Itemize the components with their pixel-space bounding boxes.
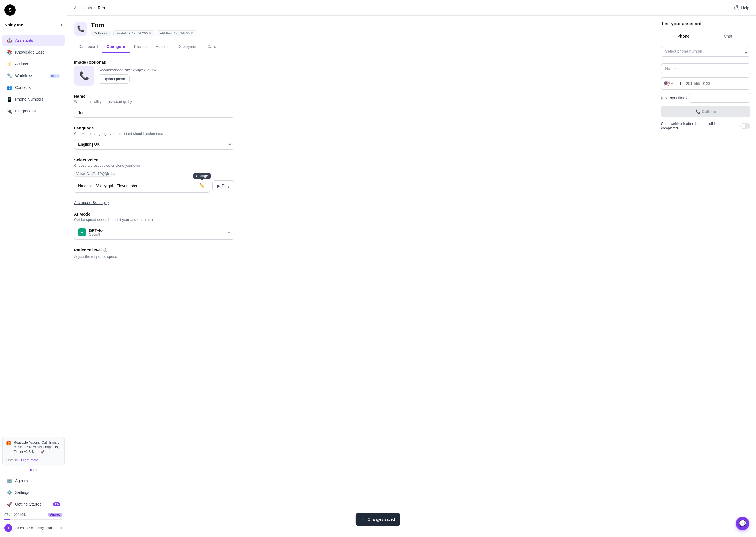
sidebar-item-actions[interactable]: ⚡ Actions xyxy=(2,58,65,69)
integrations-icon: 🔌 xyxy=(7,108,12,114)
assistant-name: Tom xyxy=(91,21,196,29)
ai-model-desc: Opt for speed or depth to suit your assi… xyxy=(74,218,234,222)
not-specified-label: {not_specified} xyxy=(661,96,687,100)
webhook-row: Send webhook after the test call is comp… xyxy=(661,122,750,130)
voice-section: Select voice Choose a preset voice or cl… xyxy=(74,157,234,192)
sidebar-logo: S xyxy=(0,0,67,20)
tab-actions[interactable]: Actions xyxy=(151,41,173,53)
promo-dismiss-btn[interactable]: Dismiss xyxy=(6,458,18,462)
promo-learn-more-btn[interactable]: Learn more xyxy=(21,458,38,462)
assistant-icon: 📞 xyxy=(74,22,87,36)
user-email: tomcharlesosman@gmail xyxy=(15,526,53,530)
agency-plan-badge: Agency xyxy=(48,513,62,517)
flag-chevron-icon: ▾ xyxy=(671,82,673,85)
advanced-settings-label: Advanced Settings xyxy=(74,200,107,205)
phone-tab[interactable]: Phone xyxy=(661,31,706,41)
tab-calls[interactable]: Calls xyxy=(203,41,220,53)
name-desc: What name will your assistant go by xyxy=(74,100,234,104)
phone-flag-selector[interactable]: 🇺🇸 ▾ xyxy=(661,78,676,89)
sidebar-item-settings[interactable]: ⚙️ Settings xyxy=(2,487,65,498)
phone-chat-tabs: Phone Chat xyxy=(661,31,750,41)
language-select-wrapper: English | UK ▾ xyxy=(74,139,234,150)
phone-number-select-wrapper: Select phone number ▾ xyxy=(661,46,750,60)
chat-tab[interactable]: Chat xyxy=(706,31,750,41)
sidebar-item-workflows[interactable]: 🔧 Workflows BETA xyxy=(2,70,65,81)
sidebar-bottom: 🏢 Agency ⚙️ Settings 🚀 Getting Started 0… xyxy=(0,472,67,537)
play-voice-button[interactable]: ▶ Play xyxy=(213,181,234,191)
language-title: Language xyxy=(74,126,234,130)
upload-photo-button[interactable]: Upload photo xyxy=(99,74,130,84)
sidebar-item-label: Workflows xyxy=(15,73,33,78)
assistants-icon: 🤖 xyxy=(7,38,12,43)
dot-3 xyxy=(36,469,37,471)
actions-icon: ⚡ xyxy=(7,61,12,67)
tab-prompt[interactable]: Prompt xyxy=(130,41,151,53)
sidebar-item-assistants[interactable]: 🤖 Assistants xyxy=(2,35,65,46)
tab-dashboard[interactable]: Dashboard xyxy=(74,41,102,53)
sidebar-item-getting-started[interactable]: 🚀 Getting Started 0% xyxy=(2,499,65,510)
advanced-settings-toggle[interactable]: Advanced Settings › xyxy=(74,200,234,205)
api-key-text: API Key: 17...14400 xyxy=(160,31,190,35)
beta-badge: BETA xyxy=(50,74,60,78)
voice-id-value: Voice ID: qZ...TPQQb xyxy=(74,171,111,177)
contacts-icon: 👥 xyxy=(7,85,12,90)
toggle-knob xyxy=(741,124,745,128)
chevron-sort-icon: ⇅ xyxy=(60,526,62,530)
caller-name-input[interactable] xyxy=(661,63,750,74)
main-area: Assistants / Tom ? Help 📞 Tom Outbound xyxy=(67,0,756,537)
sidebar-nav: 🤖 Assistants 📚 Knowledge Base ⚡ Actions … xyxy=(0,32,67,434)
language-select[interactable]: English | UK xyxy=(74,139,234,150)
tab-configure[interactable]: Configure xyxy=(102,41,130,53)
webhook-text: Send webhook after the test call is comp… xyxy=(661,122,734,130)
webhook-toggle[interactable] xyxy=(740,123,750,129)
sidebar-item-label: Actions xyxy=(15,62,28,66)
chat-bubble-button[interactable]: 💬 xyxy=(736,517,749,530)
copy-api-key-icon[interactable]: ⧉ xyxy=(191,31,193,35)
patience-info-icon[interactable]: ⓘ xyxy=(103,248,107,253)
call-me-button[interactable]: 📞 Call me xyxy=(661,106,750,117)
user-row[interactable]: T tomcharlesosman@gmail ⇅ xyxy=(0,521,67,535)
patience-desc: Adjust the response speed xyxy=(74,255,234,259)
sidebar-item-agency[interactable]: 🏢 Agency xyxy=(2,475,65,486)
api-key-item[interactable]: API Key: 17...14400 ⧉ xyxy=(157,30,196,36)
change-voice-button[interactable]: ✏️ xyxy=(198,182,206,189)
us-flag-icon: 🇺🇸 xyxy=(664,80,670,87)
ai-model-chevron-icon: ▾ xyxy=(228,230,230,234)
patience-title-row: Patience level ⓘ xyxy=(74,247,234,253)
org-selector[interactable]: Shiny Inc ▾ xyxy=(0,20,67,32)
change-tooltip: Change xyxy=(193,173,211,179)
upload-info: Recommended size: 250px x 250px Upload p… xyxy=(99,68,157,84)
phone-number-select[interactable]: Select phone number xyxy=(661,46,750,57)
sidebar-item-label: Integrations xyxy=(15,109,36,113)
copy-voice-id-icon[interactable]: ⧉ xyxy=(113,172,116,176)
sidebar-item-integrations[interactable]: 🔌 Integrations xyxy=(2,105,65,117)
chat-bubble-icon: 💬 xyxy=(739,520,746,527)
help-button[interactable]: ? Help xyxy=(735,5,749,10)
ai-model-info: GPT-4o OpenAI xyxy=(89,228,102,236)
model-id-item[interactable]: Model ID: 17...98200 ⧉ xyxy=(113,30,154,36)
breadcrumb-root[interactable]: Assistants xyxy=(74,6,92,10)
gpt-icon: ✦ xyxy=(78,228,86,236)
image-section-title: Image (optional) xyxy=(74,60,234,64)
sidebar-item-contacts[interactable]: 👥 Contacts xyxy=(2,82,65,93)
sidebar-item-knowledge-base[interactable]: 📚 Knowledge Base xyxy=(2,47,65,58)
name-title: Name xyxy=(74,94,234,99)
ai-model-sub: OpenAI xyxy=(89,233,102,236)
phone-number-input[interactable] xyxy=(683,78,750,89)
upload-hint: Recommended size: 250px x 250px xyxy=(99,68,157,72)
phone-number-row: 🇺🇸 ▾ +1 xyxy=(661,77,750,90)
toast-check-icon: ✓ xyxy=(361,516,365,522)
sidebar-item-label: Agency xyxy=(15,478,28,483)
sidebar-item-label: Phone Numbers xyxy=(15,97,43,102)
ai-model-section: AI Model Opt for speed or depth to suit … xyxy=(74,212,234,240)
phone-code: +1 xyxy=(676,81,683,86)
tab-deployment[interactable]: Deployment xyxy=(173,41,203,53)
language-desc: Choose the language your assistant shoul… xyxy=(74,132,234,136)
copy-model-id-icon[interactable]: ⧉ xyxy=(149,31,151,35)
patience-section: Patience level ⓘ Adjust the response spe… xyxy=(74,247,234,259)
not-specified-input[interactable] xyxy=(689,93,750,103)
name-input[interactable] xyxy=(74,107,234,118)
help-icon: ? xyxy=(735,5,739,10)
sidebar-item-phone-numbers[interactable]: 📱 Phone Numbers xyxy=(2,94,65,105)
ai-model-selector[interactable]: ✦ GPT-4o OpenAI ▾ xyxy=(74,225,234,240)
